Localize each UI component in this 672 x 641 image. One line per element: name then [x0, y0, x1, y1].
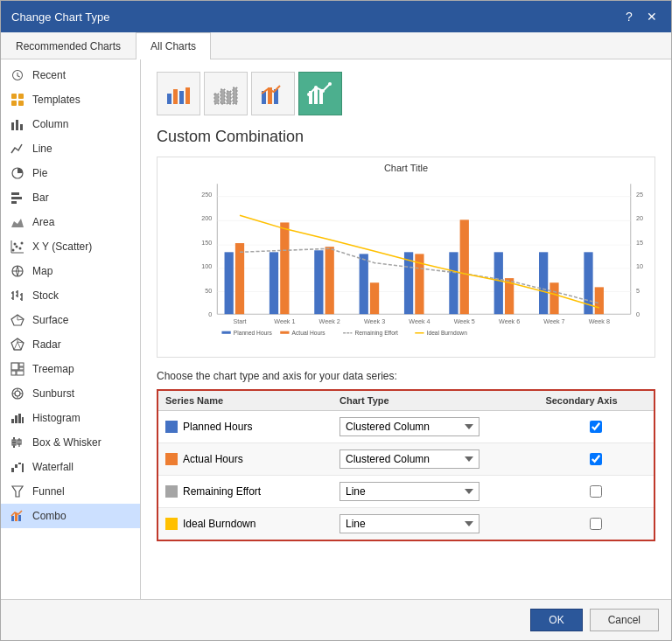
chart-type-select-ideal[interactable]: Clustered Column Line Area: [340, 514, 480, 533]
svg-point-76: [307, 93, 311, 96]
sidebar-item-area[interactable]: Area: [1, 210, 140, 234]
checkbox-secondary-planned[interactable]: [590, 421, 602, 433]
svg-rect-111: [235, 243, 244, 314]
cancel-button[interactable]: Cancel: [590, 609, 659, 631]
sidebar-item-map[interactable]: Map: [1, 259, 140, 283]
svg-rect-117: [370, 282, 379, 314]
sidebar-item-histogram[interactable]: Histogram: [1, 406, 140, 430]
series-table: Series Name Chart Type Secondary Axis Pl…: [157, 389, 655, 541]
td-secondary-axis-planned: [538, 411, 654, 443]
ok-button[interactable]: OK: [530, 609, 582, 631]
th-secondary-axis: Secondary Axis: [538, 390, 654, 411]
svg-point-77: [314, 86, 318, 89]
svg-text:200: 200: [201, 215, 212, 222]
sidebar-item-line[interactable]: Line: [1, 136, 140, 161]
sidebar-item-pie[interactable]: Pie: [1, 161, 140, 185]
svg-rect-55: [15, 464, 18, 468]
svg-point-13: [16, 246, 18, 248]
chart-type-icons: [157, 72, 655, 115]
sidebar-item-treemap[interactable]: Treemap: [1, 357, 140, 381]
svg-rect-5: [16, 120, 18, 130]
tab-recommended[interactable]: Recommended Charts: [1, 32, 136, 59]
sidebar-item-sunburst[interactable]: Sunburst: [1, 381, 140, 406]
svg-text:Planned Hours: Planned Hours: [234, 330, 273, 336]
sidebar-item-surface[interactable]: Surface: [1, 308, 140, 332]
svg-rect-113: [280, 222, 289, 314]
td-series-name-ideal: Ideal Burndown: [158, 508, 332, 541]
sidebar-item-funnel[interactable]: Funnel: [1, 479, 140, 504]
sunburst-icon: [10, 386, 25, 401]
svg-rect-45: [18, 414, 21, 423]
sidebar-item-waterfall[interactable]: Waterfall: [1, 455, 140, 479]
sidebar-label-treemap: Treemap: [32, 363, 74, 375]
svg-text:Week 5: Week 5: [454, 318, 475, 325]
sidebar-item-scatter[interactable]: X Y (Scatter): [1, 234, 140, 259]
svg-text:Week 8: Week 8: [589, 318, 610, 325]
sidebar-label-surface: Surface: [32, 314, 68, 326]
tab-all-charts[interactable]: All Charts: [136, 32, 211, 59]
sidebar-item-bar[interactable]: Bar: [1, 185, 140, 210]
sidebar-label-templates: Templates: [32, 94, 80, 106]
series-color-ideal: [165, 518, 178, 530]
combo-chart-title: Custom Combination: [157, 128, 655, 146]
sidebar-item-recent[interactable]: Recent: [1, 63, 140, 87]
sidebar-item-column[interactable]: Column: [1, 112, 140, 136]
close-button[interactable]: ✕: [643, 8, 661, 25]
combo-icon: [10, 508, 25, 524]
sidebar: Recent Templates Column Line: [1, 59, 141, 599]
chart-type-select-planned[interactable]: Clustered Column Stacked Column Line Are…: [340, 417, 480, 436]
svg-rect-65: [186, 87, 190, 104]
svg-rect-61: [18, 515, 21, 521]
svg-point-16: [21, 242, 24, 245]
main-panel: Custom Combination Chart Title 0 50 100 …: [141, 59, 671, 599]
svg-rect-124: [539, 252, 548, 314]
svg-text:Week 4: Week 4: [409, 318, 430, 325]
chart-type-btn-3[interactable]: [251, 72, 295, 115]
svg-rect-74: [314, 87, 318, 104]
svg-text:Week 2: Week 2: [319, 318, 340, 325]
td-chart-type-remaining: Clustered Column Line Area: [332, 476, 538, 508]
svg-text:Week 6: Week 6: [499, 318, 520, 325]
sidebar-item-boxwhisker[interactable]: Box & Whisker: [1, 430, 140, 455]
svg-text:Week 7: Week 7: [543, 318, 564, 325]
sidebar-label-bar: Bar: [32, 192, 49, 204]
chart-type-btn-4[interactable]: [298, 72, 342, 115]
sidebar-label-scatter: X Y (Scatter): [32, 240, 92, 253]
svg-rect-32: [11, 363, 18, 370]
sidebar-item-combo[interactable]: Combo: [1, 504, 140, 528]
svg-text:5: 5: [636, 288, 640, 295]
treemap-icon: [10, 361, 25, 377]
sidebar-label-waterfall: Waterfall: [32, 461, 74, 473]
sidebar-label-recent: Recent: [32, 69, 66, 81]
sidebar-label-line: Line: [32, 143, 52, 155]
svg-rect-36: [19, 367, 24, 370]
funnel-icon: [10, 484, 25, 499]
svg-rect-34: [17, 371, 24, 375]
table-row: Ideal Burndown Clustered Column Line Are…: [158, 508, 654, 541]
checkbox-secondary-remaining[interactable]: [590, 485, 602, 498]
svg-rect-6: [20, 124, 23, 130]
checkbox-secondary-actual[interactable]: [590, 453, 602, 465]
svg-rect-3: [18, 101, 24, 106]
svg-point-78: [321, 89, 325, 93]
chart-type-select-actual[interactable]: Clustered Column Stacked Column Line Are…: [340, 449, 480, 469]
sidebar-item-radar[interactable]: Radar: [1, 332, 140, 357]
series-label-planned: Planned Hours: [183, 421, 252, 433]
column-icon: [10, 116, 25, 132]
svg-rect-63: [173, 89, 178, 104]
help-button[interactable]: ?: [620, 8, 638, 25]
svg-rect-69: [233, 87, 237, 104]
chart-svg: 0 50 100 150 200 250 0 5 10 15 20 25: [163, 175, 649, 341]
chart-type-btn-2[interactable]: [204, 72, 248, 115]
svg-point-15: [19, 247, 22, 250]
scatter-icon: [10, 239, 25, 254]
svg-marker-11: [11, 219, 24, 227]
sidebar-item-templates[interactable]: Templates: [1, 87, 140, 112]
chart-type-select-remaining[interactable]: Clustered Column Line Area: [340, 482, 480, 501]
checkbox-secondary-ideal[interactable]: [590, 518, 602, 530]
map-icon: [10, 263, 25, 279]
svg-point-14: [14, 243, 17, 246]
sidebar-item-stock[interactable]: Stock: [1, 283, 140, 308]
svg-point-37: [15, 391, 20, 396]
chart-type-btn-1[interactable]: [157, 72, 200, 115]
